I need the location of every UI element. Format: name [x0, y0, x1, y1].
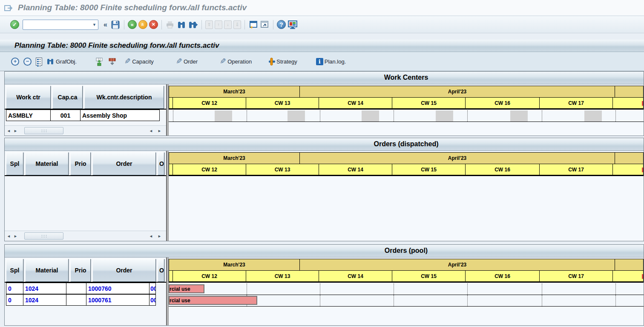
material-cell[interactable]: 1024 [23, 294, 66, 306]
week-cell-partial[interactable] [612, 97, 644, 109]
week-cell[interactable]: CW 16 [465, 164, 540, 175]
order-gantt-bar[interactable]: rcial use [169, 296, 257, 305]
scroll-left-icon[interactable]: ◄ [6, 232, 12, 240]
scroll-left-icon[interactable]: ◄ [148, 127, 154, 135]
scroll-right-icon[interactable]: ► [156, 232, 163, 240]
zoom-in-icon[interactable]: + [11, 58, 19, 66]
column-header-o[interactable]: O [158, 152, 164, 175]
week-cell[interactable]: CW 14 [319, 270, 392, 282]
work-center-row[interactable]: ASMBLY 001 Assembly Shop [6, 110, 160, 121]
week-cell[interactable]: CW 14 [319, 97, 392, 109]
change-operation-button[interactable]: ✎ Operation [220, 57, 259, 66]
scrollbar-thumb[interactable] [24, 232, 63, 240]
change-capacity-button[interactable]: ✎ Capacity [124, 57, 161, 66]
column-header-o[interactable]: O [158, 259, 164, 282]
operation-cell[interactable]: 00 [149, 283, 156, 294]
back-icon[interactable]: « [128, 20, 137, 29]
week-cell-partial[interactable] [612, 270, 644, 282]
column-header-material[interactable]: Material [25, 259, 69, 282]
find-next-icon[interactable] [188, 20, 198, 29]
column-header-wk-cntr-description[interactable]: Wk.cntr.description [84, 86, 164, 109]
column-header-cap-ca[interactable]: Cap.ca [52, 86, 83, 109]
create-shortcut-icon[interactable] [260, 20, 270, 29]
new-session-icon[interactable]: ✶ [248, 20, 258, 29]
month-cell[interactable]: March'23 [169, 152, 300, 164]
week-cell[interactable]: CW 14 [319, 164, 392, 175]
month-cell[interactable]: April'23 [299, 152, 615, 164]
description-cell[interactable]: Assembly Shop [80, 110, 160, 121]
scrollbar-thumb[interactable] [24, 127, 63, 134]
order-cell[interactable]: 1000760 [86, 283, 150, 294]
command-field[interactable] [23, 20, 91, 29]
week-cell[interactable]: CW 12 [172, 97, 246, 109]
month-cell-partial[interactable] [615, 259, 644, 271]
scroll-right-icon[interactable]: ► [12, 127, 19, 135]
save-icon[interactable] [111, 20, 121, 29]
dispatch-icon[interactable] [95, 57, 104, 66]
work-ctr-cell[interactable]: ASMBLY [6, 110, 51, 121]
week-cell[interactable]: CW 13 [246, 164, 319, 175]
help-icon[interactable]: ? [277, 20, 286, 29]
collapse-icon[interactable]: « [104, 21, 107, 29]
horizontal-scrollbar[interactable]: ◄ ► ◄ ► [5, 125, 166, 136]
column-header-prio[interactable]: Prio [70, 152, 91, 175]
cancel-icon[interactable]: ✕ [149, 20, 158, 29]
strategy-button[interactable]: Strategy [268, 58, 305, 66]
deallocate-icon[interactable] [108, 57, 117, 66]
command-dropdown-icon[interactable]: ▼ [91, 23, 98, 27]
month-cell[interactable]: March'23 [169, 259, 300, 271]
month-cell[interactable]: April'23 [299, 259, 615, 271]
column-header-order[interactable]: Order [92, 259, 156, 282]
material-cell[interactable]: 1024 [23, 283, 66, 294]
week-cell[interactable]: CW 15 [392, 164, 466, 175]
month-cell-partial[interactable] [615, 86, 644, 98]
column-header-spl[interactable]: Spl [6, 152, 23, 175]
prio-cell[interactable] [66, 283, 86, 294]
order-gantt-bar[interactable]: rcial use [169, 284, 204, 293]
customize-layout-icon[interactable] [288, 20, 297, 29]
scroll-left-icon[interactable]: ◄ [148, 232, 154, 240]
exit-icon[interactable]: « [138, 20, 147, 29]
week-cell[interactable]: CW 13 [246, 97, 319, 109]
legend-icon[interactable] [36, 58, 42, 66]
week-cell[interactable]: CW 15 [392, 270, 466, 282]
operation-cell[interactable]: 00 [149, 294, 156, 306]
spl-cell[interactable]: 0 [6, 283, 23, 294]
zoom-out-icon[interactable]: − [23, 58, 32, 66]
week-cell[interactable]: CW 16 [465, 97, 540, 109]
month-cell[interactable]: March'23 [169, 86, 300, 98]
week-cell[interactable]: CW 12 [172, 164, 246, 175]
spl-cell[interactable]: 0 [6, 294, 23, 306]
find-icon[interactable] [177, 20, 187, 29]
column-header-prio[interactable]: Prio [70, 259, 91, 282]
column-header-order[interactable]: Order [92, 152, 156, 175]
week-cell-partial[interactable] [612, 164, 644, 175]
week-cell[interactable]: CW 15 [392, 97, 466, 109]
pool-order-row[interactable]: 0 1024 1000760 00 [6, 283, 156, 294]
scroll-left-icon[interactable]: ◄ [6, 127, 12, 135]
week-cell[interactable]: CW 17 [539, 164, 613, 175]
column-header-work-ctr[interactable]: Work ctr [6, 86, 51, 109]
planning-log-button[interactable]: i Plan.log. [316, 58, 354, 65]
week-cell[interactable]: CW 16 [465, 270, 540, 282]
work-center-gantt-row[interactable] [169, 110, 644, 122]
find-graphical-object-button[interactable]: GrafObj. [46, 58, 84, 66]
scroll-right-icon[interactable]: ► [12, 232, 19, 240]
enter-icon[interactable]: ✓ [10, 20, 19, 29]
order-cell[interactable]: 1000761 [86, 294, 150, 306]
week-cell[interactable]: CW 17 [539, 270, 613, 282]
week-cell[interactable]: CW 13 [246, 270, 319, 282]
month-cell[interactable]: April'23 [299, 86, 615, 98]
scroll-right-icon[interactable]: ► [156, 127, 163, 135]
column-header-spl[interactable]: Spl [6, 259, 23, 282]
week-cell[interactable]: CW 12 [172, 270, 246, 282]
cap-ca-cell[interactable]: 001 [50, 110, 80, 121]
month-cell-partial[interactable] [615, 152, 644, 164]
horizontal-scrollbar[interactable]: ◄ ► ◄ ► [5, 231, 166, 241]
week-cell[interactable]: CW 17 [539, 97, 613, 109]
prio-cell[interactable] [66, 294, 86, 306]
column-header-material[interactable]: Material [25, 152, 69, 175]
print-icon[interactable] [165, 20, 175, 29]
pool-order-row[interactable]: 0 1024 1000761 00 [6, 294, 156, 306]
change-order-button[interactable]: ✎ Order [176, 57, 205, 66]
